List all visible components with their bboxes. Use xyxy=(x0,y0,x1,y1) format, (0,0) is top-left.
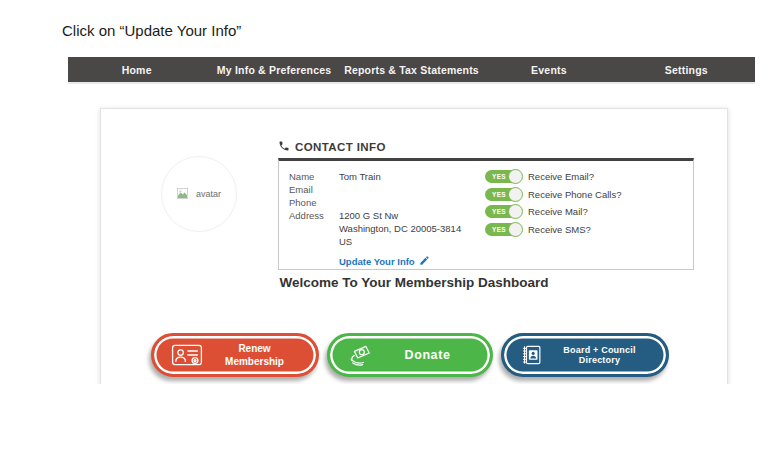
donate-hand-icon xyxy=(347,343,375,368)
field-value-address: 1200 G St Nw Washington, DC 20005-3814 U… xyxy=(339,209,461,248)
nav-item-home[interactable]: Home xyxy=(68,64,205,76)
toggle-state-label: YES xyxy=(492,173,506,180)
receive-email-toggle[interactable]: YES xyxy=(485,170,522,183)
update-your-info-label: Update Your Info xyxy=(339,256,415,267)
receive-mail-toggle[interactable]: YES xyxy=(485,205,522,218)
nav-item-events[interactable]: Events xyxy=(480,64,617,76)
field-label: Phone xyxy=(289,196,339,209)
toggle-row-email: YES Receive Email? xyxy=(485,170,621,183)
field-label: Email xyxy=(289,183,339,196)
toggle-row-sms: YES Receive SMS? xyxy=(485,223,621,236)
task-instruction: Click on “Update Your Info” xyxy=(62,22,241,39)
pencil-icon xyxy=(419,255,430,268)
address-line: 1200 G St Nw xyxy=(339,209,461,222)
toggle-row-mail: YES Receive Mail? xyxy=(485,205,621,218)
nav-item-my-info-preferences[interactable]: My Info & Preferences xyxy=(205,64,342,76)
contact-info-section: CONTACT INFO Name Tom Train Email Phone xyxy=(278,140,694,270)
avatar: avatar xyxy=(161,156,237,232)
toggle-question-label: Receive Mail? xyxy=(528,206,588,217)
field-value: Tom Train xyxy=(339,170,381,183)
address-line: Washington, DC 20005-3814 xyxy=(339,222,461,235)
toggle-state-label: YES xyxy=(492,191,506,198)
phone-icon xyxy=(278,140,290,154)
directory-book-icon xyxy=(521,343,543,367)
board-council-directory-label: Board + Council Directory xyxy=(543,345,666,365)
toggle-question-label: Receive Phone Calls? xyxy=(528,189,621,200)
membership-app-frame: Home My Info & Preferences Reports & Tax… xyxy=(68,57,755,384)
dashboard-card: avatar CONTACT INFO Name Tom Train xyxy=(100,108,728,384)
renew-membership-label: Renew Membership xyxy=(203,342,316,368)
screenshot-canvas: Click on “Update Your Info” Home My Info… xyxy=(0,0,771,468)
toggle-row-phone-calls: YES Receive Phone Calls? xyxy=(485,188,621,201)
nav-item-settings[interactable]: Settings xyxy=(618,64,755,76)
contact-info-header: CONTACT INFO xyxy=(278,140,694,154)
broken-image-icon xyxy=(177,185,188,203)
toggle-state-label: YES xyxy=(492,226,506,233)
toggle-knob xyxy=(508,169,523,184)
welcome-heading: Welcome To Your Membership Dashboard xyxy=(101,275,727,290)
toggle-question-label: Receive SMS? xyxy=(528,224,591,235)
contact-info-box: Name Tom Train Email Phone Address xyxy=(278,158,694,270)
board-council-directory-button[interactable]: Board + Council Directory xyxy=(501,333,669,377)
donate-button[interactable]: Donate xyxy=(327,333,493,377)
nav-item-reports-tax-statements[interactable]: Reports & Tax Statements xyxy=(343,64,480,76)
communication-preferences: YES Receive Email? YES Receive Phone Cal… xyxy=(485,170,621,240)
field-label: Name xyxy=(289,170,339,183)
field-label: Address xyxy=(289,209,339,248)
receive-phone-calls-toggle[interactable]: YES xyxy=(485,188,522,201)
renew-membership-button[interactable]: Renew Membership xyxy=(151,333,319,377)
avatar-alt-text: avatar xyxy=(196,189,221,199)
top-navbar: Home My Info & Preferences Reports & Tax… xyxy=(68,57,755,84)
update-your-info-link[interactable]: Update Your Info xyxy=(339,255,430,268)
toggle-knob xyxy=(508,222,523,237)
toggle-knob xyxy=(508,204,523,219)
donate-label: Donate xyxy=(375,348,490,362)
receive-sms-toggle[interactable]: YES xyxy=(485,223,522,236)
action-buttons-row: Renew Membership Donate xyxy=(151,333,669,377)
toggle-question-label: Receive Email? xyxy=(528,171,594,182)
toggle-knob xyxy=(508,187,523,202)
contact-info-title: CONTACT INFO xyxy=(295,141,386,153)
address-line: US xyxy=(339,235,461,248)
toggle-state-label: YES xyxy=(492,208,506,215)
membership-card-icon xyxy=(171,343,203,367)
